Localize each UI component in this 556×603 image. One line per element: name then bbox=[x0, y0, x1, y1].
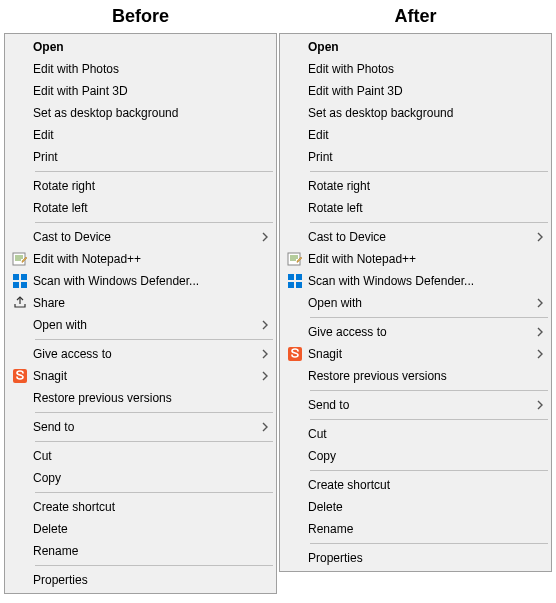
menu-item-label: Rotate right bbox=[308, 179, 531, 193]
menu-item-restore-previous-versions[interactable]: Restore previous versions bbox=[7, 387, 274, 409]
menu-item-label: Print bbox=[33, 150, 256, 164]
menu-item-label: Cut bbox=[308, 427, 531, 441]
menu-item-snagit[interactable]: Snagit bbox=[282, 343, 549, 365]
menu-item-print[interactable]: Print bbox=[7, 146, 274, 168]
notepadpp-icon bbox=[282, 248, 308, 270]
menu-item-label: Open bbox=[308, 40, 531, 54]
menu-item-label: Open bbox=[33, 40, 256, 54]
submenu-chevron-icon bbox=[531, 327, 549, 337]
menu-item-rotate-left[interactable]: Rotate left bbox=[7, 197, 274, 219]
menu-item-label: Snagit bbox=[308, 347, 531, 361]
menu-item-label: Scan with Windows Defender... bbox=[308, 274, 531, 288]
menu-item-scan-with-windows-defender[interactable]: Scan with Windows Defender... bbox=[7, 270, 274, 292]
menu-item-edit-with-photos[interactable]: Edit with Photos bbox=[282, 58, 549, 80]
snagit-icon bbox=[7, 365, 33, 387]
icon-slot-empty bbox=[282, 423, 308, 445]
menu-item-send-to[interactable]: Send to bbox=[7, 416, 274, 438]
menu-separator bbox=[310, 222, 548, 223]
comparison-columns: Before OpenEdit with PhotosEdit with Pai… bbox=[4, 4, 552, 594]
icon-slot-empty bbox=[7, 36, 33, 58]
menu-item-label: Edit with Photos bbox=[33, 62, 256, 76]
svg-rect-9 bbox=[288, 282, 294, 288]
icon-slot-empty bbox=[7, 102, 33, 124]
icon-slot-empty bbox=[7, 146, 33, 168]
menu-item-set-as-desktop-background[interactable]: Set as desktop background bbox=[7, 102, 274, 124]
menu-item-label: Rotate left bbox=[33, 201, 256, 215]
menu-separator bbox=[35, 171, 273, 172]
windows-defender-icon bbox=[282, 270, 308, 292]
menu-item-edit-with-paint-3d[interactable]: Edit with Paint 3D bbox=[282, 80, 549, 102]
menu-item-label: Set as desktop background bbox=[308, 106, 531, 120]
menu-item-properties[interactable]: Properties bbox=[282, 547, 549, 569]
icon-slot-empty bbox=[7, 387, 33, 409]
icon-slot-empty bbox=[7, 518, 33, 540]
menu-item-rotate-right[interactable]: Rotate right bbox=[7, 175, 274, 197]
menu-item-label: Print bbox=[308, 150, 531, 164]
icon-slot-empty bbox=[282, 496, 308, 518]
icon-slot-empty bbox=[7, 226, 33, 248]
menu-item-label: Delete bbox=[33, 522, 256, 536]
menu-item-label: Cut bbox=[33, 449, 256, 463]
menu-item-create-shortcut[interactable]: Create shortcut bbox=[282, 474, 549, 496]
context-menu-before: OpenEdit with PhotosEdit with Paint 3DSe… bbox=[4, 33, 277, 594]
menu-item-delete[interactable]: Delete bbox=[282, 496, 549, 518]
menu-item-cut[interactable]: Cut bbox=[7, 445, 274, 467]
menu-item-label: Copy bbox=[308, 449, 531, 463]
menu-item-label: Copy bbox=[33, 471, 256, 485]
icon-slot-empty bbox=[282, 321, 308, 343]
icon-slot-empty bbox=[7, 197, 33, 219]
menu-item-snagit[interactable]: Snagit bbox=[7, 365, 274, 387]
menu-item-rotate-right[interactable]: Rotate right bbox=[282, 175, 549, 197]
menu-item-open[interactable]: Open bbox=[282, 36, 549, 58]
menu-item-rename[interactable]: Rename bbox=[7, 540, 274, 562]
menu-item-label: Scan with Windows Defender... bbox=[33, 274, 256, 288]
menu-item-open[interactable]: Open bbox=[7, 36, 274, 58]
menu-separator bbox=[310, 171, 548, 172]
menu-item-set-as-desktop-background[interactable]: Set as desktop background bbox=[282, 102, 549, 124]
icon-slot-empty bbox=[282, 146, 308, 168]
menu-item-send-to[interactable]: Send to bbox=[282, 394, 549, 416]
menu-item-edit[interactable]: Edit bbox=[282, 124, 549, 146]
menu-item-edit-with-notepad[interactable]: Edit with Notepad++ bbox=[7, 248, 274, 270]
menu-item-label: Edit with Paint 3D bbox=[33, 84, 256, 98]
menu-item-rename[interactable]: Rename bbox=[282, 518, 549, 540]
icon-slot-empty bbox=[282, 474, 308, 496]
menu-item-cast-to-device[interactable]: Cast to Device bbox=[7, 226, 274, 248]
menu-separator bbox=[35, 441, 273, 442]
menu-item-print[interactable]: Print bbox=[282, 146, 549, 168]
menu-item-delete[interactable]: Delete bbox=[7, 518, 274, 540]
menu-item-cast-to-device[interactable]: Cast to Device bbox=[282, 226, 549, 248]
menu-item-restore-previous-versions[interactable]: Restore previous versions bbox=[282, 365, 549, 387]
menu-item-edit-with-photos[interactable]: Edit with Photos bbox=[7, 58, 274, 80]
menu-item-label: Give access to bbox=[33, 347, 256, 361]
snagit-icon bbox=[282, 343, 308, 365]
menu-item-edit-with-paint-3d[interactable]: Edit with Paint 3D bbox=[7, 80, 274, 102]
menu-item-open-with[interactable]: Open with bbox=[282, 292, 549, 314]
icon-slot-empty bbox=[7, 467, 33, 489]
svg-rect-1 bbox=[13, 274, 19, 280]
menu-item-edit[interactable]: Edit bbox=[7, 124, 274, 146]
menu-separator bbox=[35, 412, 273, 413]
menu-separator bbox=[310, 317, 548, 318]
menu-item-copy[interactable]: Copy bbox=[7, 467, 274, 489]
menu-item-open-with[interactable]: Open with bbox=[7, 314, 274, 336]
menu-item-scan-with-windows-defender[interactable]: Scan with Windows Defender... bbox=[282, 270, 549, 292]
svg-rect-8 bbox=[296, 274, 302, 280]
menu-item-label: Rename bbox=[308, 522, 531, 536]
icon-slot-empty bbox=[282, 102, 308, 124]
submenu-chevron-icon bbox=[531, 349, 549, 359]
menu-item-label: Set as desktop background bbox=[33, 106, 256, 120]
menu-item-share[interactable]: Share bbox=[7, 292, 274, 314]
menu-item-edit-with-notepad[interactable]: Edit with Notepad++ bbox=[282, 248, 549, 270]
menu-item-give-access-to[interactable]: Give access to bbox=[282, 321, 549, 343]
menu-item-copy[interactable]: Copy bbox=[282, 445, 549, 467]
menu-item-cut[interactable]: Cut bbox=[282, 423, 549, 445]
menu-separator bbox=[35, 339, 273, 340]
menu-item-give-access-to[interactable]: Give access to bbox=[7, 343, 274, 365]
menu-separator bbox=[310, 419, 548, 420]
submenu-chevron-icon bbox=[256, 349, 274, 359]
menu-item-rotate-left[interactable]: Rotate left bbox=[282, 197, 549, 219]
menu-item-create-shortcut[interactable]: Create shortcut bbox=[7, 496, 274, 518]
menu-item-properties[interactable]: Properties bbox=[7, 569, 274, 591]
icon-slot-empty bbox=[282, 547, 308, 569]
